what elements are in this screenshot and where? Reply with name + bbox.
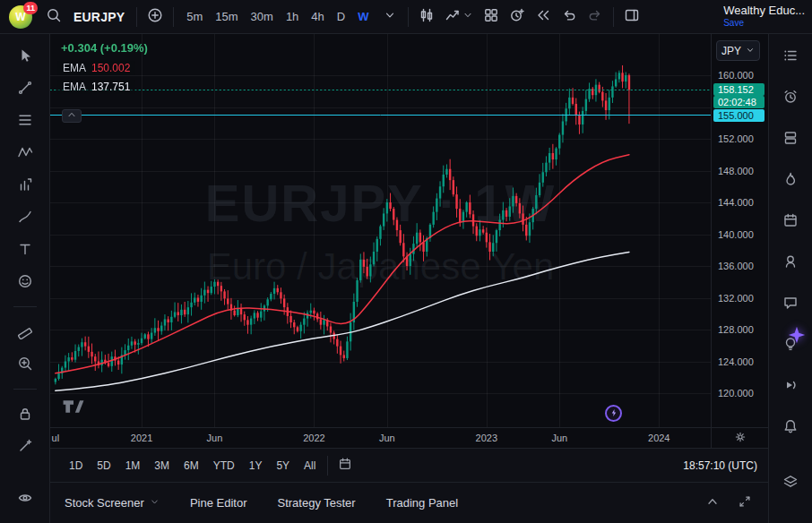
axis-settings-corner[interactable] [711, 428, 768, 448]
lock-all-icon [17, 406, 33, 424]
magic-eraser-icon [17, 438, 33, 457]
range-1y-button[interactable]: 1Y [243, 456, 269, 476]
alerts-clock-button[interactable] [777, 84, 804, 111]
tool-xabcd-pattern-button[interactable] [12, 140, 39, 167]
range-5y-button[interactable]: 5Y [270, 456, 296, 476]
timeframe-5m-button[interactable]: 5m [180, 4, 209, 30]
timeframe-15m-button[interactable]: 15m [209, 4, 244, 30]
range-6m-button[interactable]: 6M [177, 456, 205, 476]
tool-zoom-in-button[interactable] [12, 351, 39, 378]
timeframe-w-button[interactable]: W [351, 4, 375, 30]
panel-tab-pine-editor[interactable]: Pine Editor [190, 496, 247, 510]
ideas-button[interactable] [777, 249, 804, 276]
chart-area[interactable]: EURJPY · 1W Euro / Japanese Yen +0.304 (… [50, 34, 711, 427]
chart-style-button[interactable] [415, 4, 438, 30]
tool-measure-button[interactable] [12, 319, 39, 346]
tool-emoji-button[interactable] [12, 269, 39, 296]
tool-cursor-button[interactable] [12, 43, 39, 70]
range-all-button[interactable]: All [298, 456, 322, 476]
toolbar-divider [408, 7, 409, 27]
price-change-text: +0.304 (+0.19%) [57, 41, 148, 55]
tradingview-logo[interactable] [62, 399, 85, 416]
emoji-icon [17, 273, 33, 292]
chat-button[interactable] [777, 290, 804, 317]
notifications-button[interactable] [777, 414, 804, 441]
tool-lock-all-button[interactable] [12, 401, 39, 428]
watchlist-button[interactable] [777, 43, 804, 70]
last-price-badge: 158.152 [713, 83, 764, 96]
currency-label: JPY [721, 45, 741, 57]
price-chart-canvas[interactable] [50, 34, 711, 427]
symbol-name[interactable]: EURJPY [68, 4, 130, 30]
layout-grid-button[interactable] [479, 4, 503, 30]
panel-tab-strategy-tester[interactable]: Strategy Tester [277, 496, 355, 510]
ai-assistant-button[interactable] [783, 322, 810, 349]
streams-button[interactable] [777, 373, 804, 399]
event-marker[interactable] [605, 405, 622, 422]
tool-forecast-button[interactable] [12, 172, 39, 199]
save-link[interactable]: Save [723, 18, 744, 29]
chevron-down-icon [462, 10, 473, 23]
time-axis[interactable]: ul2021Jun2022Jun2023Jun2024 [50, 427, 768, 448]
brush-icon [17, 209, 33, 227]
tool-brush-button[interactable] [12, 204, 39, 231]
price-label: 152.000 [718, 133, 754, 144]
maximize-panel-button[interactable] [732, 491, 757, 516]
symbol-search-button[interactable] [42, 4, 65, 30]
tool-trend-line-button[interactable] [12, 75, 39, 102]
indicator-legend-ema-fast[interactable]: EMA 150.002 [57, 61, 135, 75]
tool-magic-eraser-button[interactable] [12, 433, 39, 460]
range-1m-button[interactable]: 1M [119, 456, 147, 476]
trend-line-icon [17, 80, 33, 99]
workspace-logo[interactable]: W 11 [7, 4, 38, 30]
toolbar-divider [173, 7, 174, 27]
indicators-button[interactable] [441, 4, 477, 30]
redo-button[interactable] [583, 4, 607, 30]
timeframe-list: 5m15m30m1h4hDW [180, 4, 375, 30]
utc-clock[interactable]: 18:57:10 (UTC) [683, 459, 759, 472]
indicator-legend-ema-slow[interactable]: EMA 137.751 [57, 80, 135, 94]
timeframe-menu-button[interactable] [378, 4, 402, 30]
streams-icon [782, 377, 799, 396]
range-1d-button[interactable]: 1D [63, 456, 89, 476]
panel-tab-stock-screener[interactable]: Stock Screener [65, 496, 160, 510]
timeframe-d-button[interactable]: D [331, 4, 351, 30]
chevron-up-icon [66, 109, 77, 123]
account-menu[interactable]: Wealthy Educ... Save [723, 4, 805, 28]
undo-button[interactable] [557, 4, 581, 30]
tool-text-button[interactable] [12, 236, 39, 263]
alert-price-badge[interactable]: 155.000 [713, 109, 764, 122]
stacked-cards-button[interactable] [777, 125, 804, 152]
tool-show-hide-button[interactable] [12, 485, 39, 512]
layout-grid-icon [483, 7, 499, 26]
timeframe-1h-button[interactable]: 1h [280, 4, 305, 30]
price-axis[interactable]: JPY 160.000152.000148.000144.000140.0001… [711, 34, 768, 427]
expand-panel-button[interactable] [700, 491, 725, 516]
object-tree-button[interactable] [777, 469, 804, 496]
hotlists-button[interactable] [777, 167, 804, 193]
drawing-toolbar [0, 34, 50, 523]
go-to-date-button[interactable] [333, 454, 357, 477]
ideas-icon [782, 253, 799, 272]
range-ytd-button[interactable]: YTD [207, 456, 241, 476]
collapse-legend-button[interactable] [62, 109, 82, 123]
maximize-icon [738, 494, 752, 511]
toolbar-separator [13, 306, 37, 307]
xabcd-pattern-icon [17, 144, 33, 163]
compare-add-button[interactable] [143, 4, 167, 30]
currency-select[interactable]: JPY [716, 40, 760, 61]
chevron-down-icon [746, 45, 755, 57]
timeframe-30m-button[interactable]: 30m [245, 4, 280, 30]
chart-legend: +0.304 (+0.19%) EMA 150.002 EMA 137.751 [57, 41, 148, 99]
range-5d-button[interactable]: 5D [91, 456, 117, 476]
manage-panels-button[interactable] [620, 4, 644, 30]
timeframe-4h-button[interactable]: 4h [305, 4, 330, 30]
tool-fib-retracement-button[interactable] [12, 107, 39, 134]
panel-tab-trading-panel[interactable]: Trading Panel [386, 496, 458, 510]
calendar-button[interactable] [777, 208, 804, 235]
bar-countdown-badge: 02:02:48 [713, 96, 764, 108]
undo-icon [561, 7, 577, 26]
bar-replay-button[interactable] [531, 4, 555, 30]
range-3m-button[interactable]: 3M [148, 456, 176, 476]
create-alert-button[interactable] [505, 4, 529, 30]
